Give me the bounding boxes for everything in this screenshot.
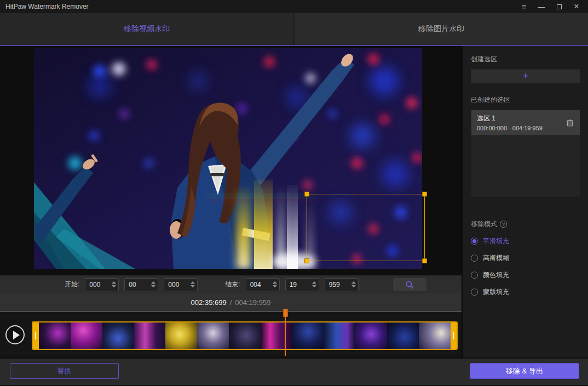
spinner-arrows[interactable]	[351, 281, 356, 287]
spin-down-icon[interactable]	[351, 285, 356, 287]
add-selection-button[interactable]: +	[471, 69, 580, 83]
radio-icon	[471, 289, 478, 296]
timeline-thumbnail	[419, 322, 451, 349]
tab-bar: 移除视频水印 移除图片水印	[0, 13, 588, 46]
timeline-thumbnail	[197, 322, 229, 349]
timeline-thumbnail	[39, 322, 71, 349]
tab-label: 移除视频水印	[124, 24, 170, 34]
selection-handle-top-left[interactable]	[304, 192, 309, 197]
spinner-arrows[interactable]	[312, 281, 316, 287]
end-millis-spinner[interactable]: 959	[325, 278, 359, 291]
spin-down-icon[interactable]	[191, 285, 195, 287]
preview-zoom-button[interactable]	[393, 278, 427, 292]
selection-item-text: 选区 1 000:00:000 - 004:19:959	[477, 114, 543, 131]
selection-handle-bottom-left[interactable]	[304, 258, 309, 263]
timeline-thumbnail	[229, 322, 261, 349]
end-minutes-spinner[interactable]: 004	[246, 278, 280, 291]
timeline-thumbnail	[134, 322, 166, 349]
spin-up-icon[interactable]	[312, 281, 316, 284]
end-label: 结束:	[225, 280, 240, 289]
playback-time-row: 002:35:699 / 004:19:959	[0, 293, 462, 312]
mode-option-gaussian-blur[interactable]: 高斯模糊	[471, 254, 579, 263]
mode-option-color-fill[interactable]: 颜色填充	[471, 270, 579, 280]
spinner-value: 19	[290, 281, 297, 289]
start-minutes-spinner[interactable]: 000	[85, 278, 119, 291]
end-seconds-spinner[interactable]: 19	[285, 278, 319, 291]
radio-icon	[471, 255, 478, 262]
spinner-arrows[interactable]	[151, 281, 155, 287]
maximize-icon[interactable]	[552, 2, 566, 11]
remove-mode-text: 移除模式	[471, 220, 497, 229]
help-icon[interactable]: ?	[500, 221, 507, 228]
timeline-filmstrip[interactable]	[32, 321, 458, 350]
selection-handle-top-right[interactable]	[422, 192, 427, 197]
timeline-thumbnail	[165, 322, 197, 349]
replace-button-label: 替换	[57, 366, 72, 376]
timeline-thumbnail	[324, 322, 356, 349]
window-title: HitPaw Watermark Remover	[5, 3, 89, 10]
spin-up-icon[interactable]	[112, 281, 116, 284]
spinner-arrows[interactable]	[112, 281, 116, 287]
menu-icon[interactable]: ≡	[517, 2, 531, 11]
spin-up-icon[interactable]	[273, 281, 277, 284]
trim-handle-right[interactable]	[451, 322, 457, 349]
spin-down-icon[interactable]	[112, 285, 116, 287]
selection-list: 选区 1 000:00:000 - 004:19:959	[471, 110, 580, 197]
current-time: 002:35:699	[191, 298, 227, 307]
selection-list-item[interactable]: 选区 1 000:00:000 - 004:19:959	[471, 110, 580, 135]
selection-handle-bottom-right[interactable]	[422, 258, 427, 263]
magnifier-icon	[405, 280, 414, 289]
delete-selection-icon[interactable]	[565, 118, 575, 128]
watermark-selection-box[interactable]	[307, 194, 425, 261]
export-button-label: 移除 & 导出	[506, 366, 543, 376]
maximize-box-icon	[557, 4, 562, 9]
trim-handle-left[interactable]	[33, 322, 39, 349]
play-icon	[13, 331, 20, 339]
start-seconds-spinner[interactable]: 00	[124, 278, 158, 291]
spin-up-icon[interactable]	[151, 281, 155, 284]
spinner-arrows[interactable]	[191, 281, 195, 287]
editor-column: 开始: 000 00 000 结束: 004	[0, 46, 462, 358]
spinner-value: 000	[168, 281, 179, 289]
selection-name: 选区 1	[477, 114, 543, 123]
mode-option-smooth-fill[interactable]: 平滑填充	[471, 237, 579, 246]
play-button[interactable]	[5, 325, 25, 344]
timeline-thumbnail	[292, 322, 324, 349]
replace-button[interactable]: 替换	[10, 363, 119, 379]
spin-down-icon[interactable]	[151, 285, 155, 287]
spinner-value: 00	[129, 281, 136, 289]
mode-option-label: 高斯模糊	[483, 254, 509, 263]
timeline-thumbnail	[387, 322, 419, 349]
spinner-arrows[interactable]	[273, 281, 277, 287]
remove-and-export-button[interactable]: 移除 & 导出	[470, 363, 579, 379]
create-selection-label: 创建选区	[471, 55, 579, 64]
close-icon[interactable]: ×	[569, 2, 584, 11]
start-millis-spinner[interactable]: 000	[164, 278, 198, 291]
radio-icon	[471, 238, 478, 245]
video-frame[interactable]	[34, 48, 422, 269]
spin-down-icon[interactable]	[273, 285, 277, 287]
mode-option-label: 蒙版填充	[483, 287, 509, 297]
spin-up-icon[interactable]	[351, 281, 356, 284]
footer-bar: 替换 移除 & 导出	[0, 358, 588, 385]
mode-option-label: 平滑填充	[483, 237, 509, 246]
created-selections-label: 已创建的选区	[471, 95, 579, 105]
spin-down-icon[interactable]	[312, 285, 316, 287]
tab-remove-image-watermark[interactable]: 移除图片水印	[295, 13, 588, 45]
spin-up-icon[interactable]	[191, 281, 195, 284]
time-separator: /	[230, 298, 232, 307]
plus-icon: +	[522, 70, 528, 82]
timeline-thumbnail	[261, 322, 292, 349]
tab-remove-video-watermark[interactable]: 移除视频水印	[0, 13, 295, 45]
mode-option-mask-fill[interactable]: 蒙版填充	[471, 287, 579, 297]
mode-option-label: 颜色填充	[483, 270, 509, 280]
minimize-icon[interactable]: ―	[534, 2, 549, 11]
remove-mode-label: 移除模式 ?	[471, 220, 579, 229]
timeline-thumbnail	[102, 322, 134, 349]
timeline-thumbnail	[71, 322, 102, 349]
title-bar: HitPaw Watermark Remover ≡ ― ×	[0, 0, 588, 13]
total-duration: 004:19:959	[235, 298, 270, 307]
timeline-area	[0, 312, 462, 356]
sidebar: 创建选区 + 已创建的选区 选区 1 000:00:000 - 004:19:9…	[462, 46, 588, 358]
time-range-controls: 开始: 000 00 000 结束: 004	[0, 275, 462, 293]
